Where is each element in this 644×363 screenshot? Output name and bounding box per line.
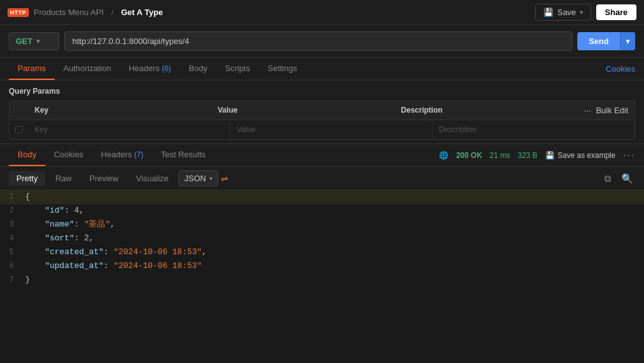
globe-icon: 🌐 bbox=[439, 151, 448, 160]
more-options-button[interactable]: ··· bbox=[623, 150, 635, 161]
save-example-label: Save as example bbox=[558, 151, 616, 160]
format-type-select[interactable]: JSON ▾ bbox=[179, 170, 218, 186]
response-meta: 🌐 200 OK 21 ms 323 B 💾 Save as example ·… bbox=[439, 150, 635, 161]
checkbox bbox=[15, 126, 23, 133]
line-num-3: 3 bbox=[0, 218, 23, 232]
response-size: 323 B bbox=[518, 151, 537, 160]
tab-params[interactable]: Params bbox=[9, 58, 55, 80]
format-type-chevron-icon: ▾ bbox=[209, 175, 213, 182]
code-line-4: 4 "sort": 2, bbox=[0, 232, 644, 246]
breadcrumb-parent: Products Menu API bbox=[34, 8, 104, 17]
save-icon: 💾 bbox=[543, 8, 553, 17]
line-num-1: 1 bbox=[0, 191, 23, 204]
line-content-1: { bbox=[23, 191, 644, 204]
params-description-cell[interactable]: Description bbox=[433, 120, 635, 139]
params-key-header: Key bbox=[28, 101, 211, 120]
format-tab-raw[interactable]: Raw bbox=[48, 171, 79, 186]
tab-authorization[interactable]: Authorization bbox=[55, 58, 120, 80]
params-key-cell[interactable]: Key bbox=[28, 120, 230, 139]
response-tab-headers[interactable]: Headers (7) bbox=[92, 144, 152, 166]
title-bar: HTTP Products Menu API / Get A Type 💾 Sa… bbox=[0, 0, 644, 25]
code-line-5: 5 "created_at": "2024-10-06 18:53", bbox=[0, 246, 644, 260]
tab-headers[interactable]: Headers (6) bbox=[120, 58, 180, 80]
http-badge: HTTP bbox=[8, 8, 29, 17]
more-icon: ··· bbox=[584, 106, 591, 115]
response-time: 21 ms bbox=[490, 151, 511, 160]
format-tab-pretty[interactable]: Pretty bbox=[9, 171, 45, 186]
cookies-link[interactable]: Cookies bbox=[606, 64, 635, 74]
copy-button[interactable]: ⧉ bbox=[602, 171, 613, 186]
request-tabs-row: Params Authorization Headers (6) Body Sc… bbox=[0, 58, 644, 81]
response-tab-body[interactable]: Body bbox=[9, 144, 45, 166]
headers-badge: (6) bbox=[162, 64, 171, 73]
line-num-7: 7 bbox=[0, 274, 23, 288]
method-select[interactable]: GET ▾ bbox=[9, 32, 59, 50]
line-content-6: "updated_at": "2024-10-06 18:53" bbox=[23, 260, 644, 274]
send-button-group: Send ▾ bbox=[577, 32, 635, 50]
save-example-button[interactable]: 💾 Save as example bbox=[545, 151, 616, 160]
breadcrumb-separator: / bbox=[111, 8, 114, 17]
line-content-2: "id": 4, bbox=[23, 204, 644, 218]
filter-icon[interactable]: ⇌ bbox=[221, 174, 228, 184]
code-line-7: 7 } bbox=[0, 274, 644, 288]
query-params-section: Query Params Key Value Description ··· B… bbox=[0, 81, 644, 143]
line-num-5: 5 bbox=[0, 246, 23, 260]
params-table: Key Value Description ··· Bulk Edit Key … bbox=[9, 101, 635, 140]
response-section: Body Cookies Headers (7) Test Results 🌐 … bbox=[0, 143, 644, 288]
format-tab-visualize[interactable]: Visualize bbox=[128, 171, 176, 186]
line-num-6: 6 bbox=[0, 260, 23, 274]
params-value-header: Value bbox=[211, 101, 394, 120]
format-row: Pretty Raw Preview Visualize JSON ▾ ⇌ ⧉ … bbox=[0, 167, 644, 191]
bulk-edit-label: Bulk Edit bbox=[596, 106, 628, 115]
line-content-3: "name": "茶品", bbox=[23, 218, 644, 232]
request-tabs: Params Authorization Headers (6) Body Sc… bbox=[9, 58, 306, 80]
response-tab-test-results[interactable]: Test Results bbox=[152, 144, 214, 166]
code-line-2: 2 "id": 4, bbox=[0, 204, 644, 218]
save-button[interactable]: 💾 Save ▾ bbox=[535, 4, 591, 21]
line-num-2: 2 bbox=[0, 204, 23, 218]
tab-body[interactable]: Body bbox=[180, 58, 216, 80]
code-line-1: 1 { bbox=[0, 191, 644, 204]
tab-scripts[interactable]: Scripts bbox=[216, 58, 259, 80]
format-type-label: JSON bbox=[184, 174, 206, 183]
params-bulk-edit[interactable]: ··· Bulk Edit bbox=[578, 101, 635, 120]
send-button[interactable]: Send bbox=[577, 32, 620, 50]
params-empty-row: Key Value Description bbox=[9, 120, 635, 139]
response-tabs: Body Cookies Headers (7) Test Results bbox=[9, 144, 214, 166]
url-bar: GET ▾ Send ▾ bbox=[0, 25, 644, 58]
response-tabs-row: Body Cookies Headers (7) Test Results 🌐 … bbox=[0, 144, 644, 167]
code-view: 1 { 2 "id": 4, 3 "name": "茶品", 4 "sort":… bbox=[0, 191, 644, 288]
line-content-5: "created_at": "2024-10-06 18:53", bbox=[23, 246, 644, 260]
query-params-title: Query Params bbox=[9, 87, 635, 96]
send-dropdown-icon: ▾ bbox=[626, 36, 630, 46]
tab-settings[interactable]: Settings bbox=[258, 58, 306, 80]
share-button[interactable]: Share bbox=[596, 4, 636, 20]
format-tab-preview[interactable]: Preview bbox=[82, 171, 126, 186]
line-content-4: "sort": 2, bbox=[23, 232, 644, 246]
search-button[interactable]: 🔍 bbox=[619, 171, 635, 186]
params-value-cell[interactable]: Value bbox=[230, 120, 432, 139]
params-table-header: Key Value Description ··· Bulk Edit bbox=[9, 101, 635, 120]
params-checkbox-header bbox=[9, 101, 28, 120]
method-chevron-icon: ▾ bbox=[36, 38, 40, 45]
response-tab-cookies[interactable]: Cookies bbox=[45, 144, 92, 166]
save-chevron-icon: ▾ bbox=[580, 9, 583, 16]
code-line-3: 3 "name": "茶品", bbox=[0, 218, 644, 232]
line-content-7: } bbox=[23, 274, 644, 288]
save-label: Save bbox=[557, 8, 576, 17]
format-tabs: Pretty Raw Preview Visualize JSON ▾ ⇌ bbox=[9, 170, 228, 186]
title-right: 💾 Save ▾ Share bbox=[535, 4, 636, 21]
url-input[interactable] bbox=[64, 31, 572, 51]
row-checkbox[interactable] bbox=[9, 120, 28, 139]
code-line-6: 6 "updated_at": "2024-10-06 18:53" bbox=[0, 260, 644, 274]
line-num-4: 4 bbox=[0, 232, 23, 246]
send-dropdown-button[interactable]: ▾ bbox=[620, 32, 635, 50]
title-left: HTTP Products Menu API / Get A Type bbox=[8, 8, 163, 17]
params-description-header: Description bbox=[395, 101, 578, 120]
breadcrumb-current: Get A Type bbox=[121, 8, 163, 17]
format-actions: ⧉ 🔍 bbox=[602, 171, 635, 186]
method-label: GET bbox=[16, 36, 33, 46]
save-example-icon: 💾 bbox=[545, 151, 555, 160]
response-headers-badge: (7) bbox=[134, 150, 143, 159]
status-badge: 200 OK bbox=[456, 151, 482, 160]
